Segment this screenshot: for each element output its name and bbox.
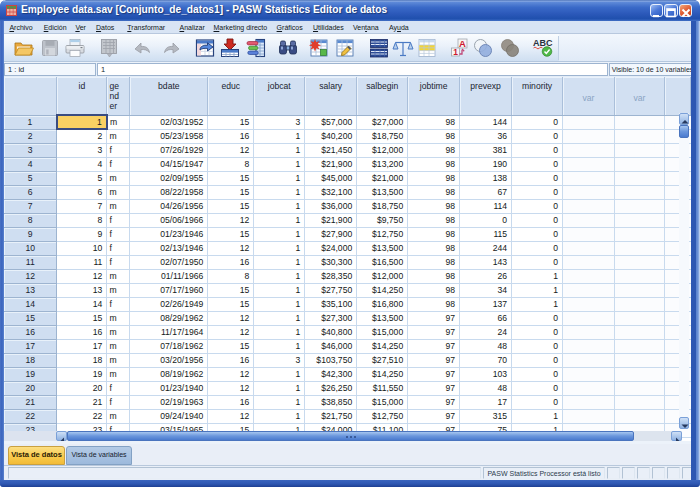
svg-text:ABC: ABC xyxy=(533,38,553,48)
svg-text:A: A xyxy=(459,38,466,49)
svg-text:1: 1 xyxy=(453,47,458,57)
